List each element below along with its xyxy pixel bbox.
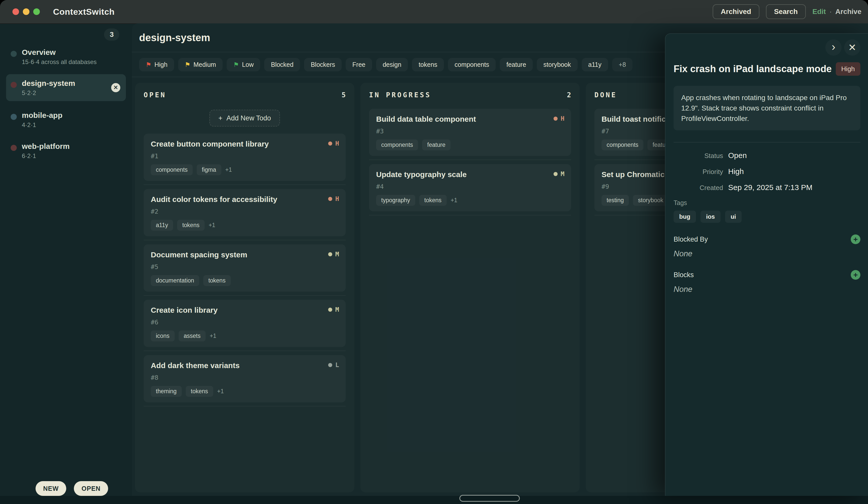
collapse-panel-button[interactable]: › <box>825 39 841 56</box>
filter-chip-more[interactable]: +8 <box>612 58 633 71</box>
tag-chip[interactable]: figma <box>197 164 221 175</box>
sidebar-item-counts: 6·2·1 <box>22 152 70 160</box>
todo-card-2[interactable]: Audit color tokens for accessibility H #… <box>144 189 346 236</box>
filter-chip-tokens[interactable]: tokens <box>412 58 444 71</box>
sidebar-item-counts: 15·6·4 across all databases <box>22 58 97 66</box>
window-close-button[interactable] <box>12 8 19 15</box>
add-blocks-button[interactable]: + <box>851 270 860 280</box>
sidebar-item-counts: 5·2·2 <box>22 89 75 97</box>
tag-chip[interactable]: feature <box>422 140 451 150</box>
status-value[interactable]: Open <box>728 151 747 160</box>
filter-chip-medium[interactable]: ⚑Medium <box>178 58 223 71</box>
filter-chip-design[interactable]: design <box>376 58 408 71</box>
filter-chip-blockers[interactable]: Blockers <box>304 58 342 71</box>
window-zoom-button[interactable] <box>33 8 40 15</box>
tag-chip[interactable]: theming <box>151 386 182 397</box>
sidebar-item-overview[interactable]: Overview 15·6·4 across all databases <box>6 43 126 70</box>
priority-indicator: L <box>328 361 339 369</box>
priority-dot <box>328 252 332 256</box>
kanban-column-open: OPEN 5 + Add New Todo Create button comp… <box>135 83 354 492</box>
todo-card-6[interactable]: Create icon library M #6 icons assets +1 <box>144 300 346 347</box>
priority-dot <box>554 172 558 176</box>
sidebar-item-web-platform[interactable]: web-platform 6·2·1 <box>6 137 126 164</box>
tag-chip-ios[interactable]: ios <box>701 211 721 223</box>
green-flag-icon: ⚑ <box>233 61 239 68</box>
card-row: Document spacing system M #5 documentati… <box>144 244 346 296</box>
new-button[interactable]: NEW <box>35 481 66 496</box>
tags-row: bug ios ui <box>674 211 860 223</box>
tag-chip[interactable]: typography <box>376 195 415 206</box>
sidebar-item-design-system[interactable]: design-system 5·2·2 ✕ <box>6 74 126 101</box>
titlebar-actions: Archived Search Edit · Archive <box>713 4 861 19</box>
filter-chip-storybook[interactable]: storybook <box>537 58 577 71</box>
blocks-empty: None <box>674 285 860 294</box>
archive-link[interactable]: Archive <box>835 8 861 16</box>
tag-chip[interactable]: assets <box>179 331 206 341</box>
todo-card-8[interactable]: Add dark theme variants L #8 theming tok… <box>144 355 346 402</box>
priority-dot <box>554 117 558 121</box>
todo-card-4[interactable]: Update typography scale M #4 typography … <box>369 164 571 211</box>
add-blocked-by-button[interactable]: + <box>851 234 860 244</box>
window-minimize-button[interactable] <box>23 8 29 15</box>
search-button[interactable]: Search <box>766 4 806 19</box>
more-tags: +1 <box>209 222 215 229</box>
filter-chip-blocked[interactable]: Blocked <box>264 58 300 71</box>
tag-chip[interactable]: storybook <box>633 195 669 206</box>
database-color-dot <box>11 51 17 57</box>
todo-detail-title: Fix crash on iPad landscape mode <box>674 63 832 74</box>
filter-chip-feature[interactable]: feature <box>500 58 533 71</box>
database-color-dot <box>11 114 17 120</box>
priority-indicator: M <box>328 251 339 258</box>
todo-fields: Status Open Priority High Created Sep 29… <box>674 151 860 192</box>
tag-chip[interactable]: documentation <box>151 275 199 286</box>
close-icon: ✕ <box>848 43 856 52</box>
status-label: Status <box>674 152 723 160</box>
todo-card-5[interactable]: Document spacing system M #5 documentati… <box>144 244 346 292</box>
filter-chip-a11y[interactable]: a11y <box>582 58 608 71</box>
filter-chip-free[interactable]: Free <box>346 58 372 71</box>
database-count-badge: 3 <box>104 29 119 41</box>
archived-button[interactable]: Archived <box>713 4 760 19</box>
database-color-dot <box>11 145 17 151</box>
tag-chip[interactable]: tokens <box>186 386 213 397</box>
filter-chip-components[interactable]: components <box>448 58 496 71</box>
tag-chip[interactable]: components <box>151 164 193 175</box>
filter-chip-high[interactable]: ⚑High <box>139 58 174 71</box>
tag-chip[interactable]: tokens <box>177 220 205 231</box>
priority-dot <box>328 308 332 312</box>
tag-chip[interactable]: tokens <box>419 195 447 206</box>
tag-chip[interactable]: tokens <box>203 275 231 286</box>
todo-id: #1 <box>151 152 339 160</box>
tag-chip[interactable]: testing <box>601 195 629 206</box>
add-new-todo-button[interactable]: + Add New Todo <box>209 110 280 127</box>
sidebar-item-counts: 4·2·1 <box>22 121 62 129</box>
edit-link[interactable]: Edit <box>813 8 826 16</box>
open-button[interactable]: OPEN <box>74 481 108 496</box>
todo-card-1[interactable]: Create button component library H #1 com… <box>144 134 346 181</box>
tag-chip-bug[interactable]: bug <box>674 211 696 223</box>
column-count: 5 <box>342 91 346 99</box>
tags-label: Tags <box>674 199 860 206</box>
column-count: 2 <box>567 91 571 99</box>
priority-value[interactable]: High <box>728 167 744 176</box>
card-row: Create button component library H #1 com… <box>144 134 346 185</box>
horizontal-scrollbar[interactable] <box>459 495 520 502</box>
more-tags: +1 <box>451 197 457 204</box>
todo-id: #3 <box>376 128 564 135</box>
sidebar-item-label: mobile-app <box>22 110 62 120</box>
chevron-right-icon: › <box>832 41 836 54</box>
sidebar-item-mobile-app[interactable]: mobile-app 4·2·1 <box>6 106 126 133</box>
card-row: Add dark theme variants L #8 theming tok… <box>144 355 346 406</box>
close-panel-button[interactable]: ✕ <box>844 39 860 56</box>
more-tags: +1 <box>217 388 224 395</box>
todo-id: #4 <box>376 183 564 190</box>
tag-chip[interactable]: components <box>376 140 418 150</box>
tag-chip[interactable]: icons <box>151 331 175 341</box>
tag-chip[interactable]: a11y <box>151 220 173 231</box>
tag-chip[interactable]: components <box>601 140 643 150</box>
kanban-column-in-progress: IN PROGRESS 2 Build data table component… <box>360 83 580 492</box>
close-database-button[interactable]: ✕ <box>111 83 120 92</box>
tag-chip-ui[interactable]: ui <box>725 211 742 223</box>
filter-chip-low[interactable]: ⚑Low <box>227 58 260 71</box>
todo-card-3[interactable]: Build data table component H #3 componen… <box>369 109 571 156</box>
